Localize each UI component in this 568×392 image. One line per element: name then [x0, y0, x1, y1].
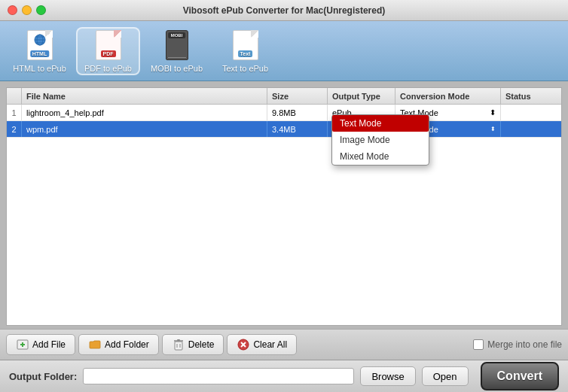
- dropdown-item-text-mode[interactable]: Text Mode: [332, 115, 429, 132]
- output-folder-row: Output Folder: Browse Open Convert: [0, 360, 568, 392]
- add-file-icon: [16, 338, 29, 351]
- mode-dropdown-arrow: ⬍: [490, 126, 496, 132]
- delete-button[interactable]: Delete: [162, 334, 224, 355]
- browse-button[interactable]: Browse: [360, 366, 415, 386]
- row-2-size: 3.4MB: [267, 121, 328, 137]
- text-to-epub-button[interactable]: Text Text to ePub: [213, 27, 277, 75]
- merge-option: Merge into one file: [473, 339, 562, 350]
- row-1-status: [501, 105, 561, 120]
- add-folder-icon: [88, 338, 102, 351]
- minimize-button[interactable]: [22, 5, 32, 15]
- row-2-filename: wpm.pdf: [22, 121, 267, 137]
- delete-icon: [172, 338, 185, 351]
- add-file-label: Add File: [32, 339, 66, 350]
- mobi-to-epub-label: MOBI to ePub: [151, 64, 203, 73]
- svg-rect-10: [177, 339, 180, 341]
- table-row[interactable]: 1 lightroom_4_help.pdf 9.8MB ePub Text M…: [7, 105, 561, 121]
- output-folder-label: Output Folder:: [9, 371, 77, 382]
- col-output: Output Type: [328, 88, 395, 104]
- convert-button[interactable]: Convert: [481, 362, 559, 390]
- html-to-epub-label: HTML to ePub: [13, 64, 66, 73]
- merge-checkbox[interactable]: [473, 339, 484, 350]
- file-table: File Name Size Output Type Conversion Mo…: [6, 87, 562, 326]
- row-1-filename: lightroom_4_help.pdf: [22, 105, 267, 120]
- dropdown-item-mixed-mode[interactable]: Mixed Mode: [332, 148, 429, 165]
- col-num: [7, 88, 22, 104]
- text-badge: Text: [238, 50, 253, 57]
- pdf-icon: PDF: [93, 29, 124, 61]
- pdf-to-epub-label: PDF to ePub: [84, 64, 132, 73]
- open-button[interactable]: Open: [422, 366, 469, 386]
- bottom-toolbar: Add File Add Folder Delete: [0, 329, 568, 360]
- col-status: Status: [501, 88, 561, 104]
- conversion-mode-dropdown[interactable]: Text Mode Image Mode Mixed Mode: [331, 114, 429, 166]
- globe-svg: [33, 33, 47, 47]
- table-row[interactable]: 2 wpm.pdf 3.4MB ePub Text Mode ⬍: [7, 121, 561, 138]
- table-body: 1 lightroom_4_help.pdf 9.8MB ePub Text M…: [7, 105, 561, 138]
- delete-label: Delete: [188, 339, 215, 350]
- clear-all-icon: [237, 338, 250, 351]
- mobi-icon: MOBI: [162, 29, 192, 61]
- add-folder-button[interactable]: Add Folder: [78, 334, 159, 355]
- close-button[interactable]: [8, 5, 17, 15]
- text-to-epub-label: Text to ePub: [222, 64, 268, 73]
- svg-rect-8: [175, 342, 182, 350]
- window-title: Vibosoft ePub Converter for Mac(Unregist…: [183, 5, 386, 16]
- html-to-epub-button[interactable]: HTML HTML to ePub: [8, 27, 72, 75]
- output-folder-input[interactable]: [83, 368, 354, 384]
- row-1-size: 9.8MB: [267, 105, 328, 120]
- html-badge: HTML: [30, 50, 49, 57]
- main-toolbar: HTML HTML to ePub PDF PDF to ePub MOBI M…: [0, 21, 568, 81]
- row-2-status: [501, 121, 561, 137]
- clear-all-button[interactable]: Clear All: [227, 334, 297, 355]
- col-size: Size: [267, 88, 328, 104]
- text-icon: Text: [231, 29, 261, 61]
- col-mode: Conversion Mode: [395, 88, 501, 104]
- window-controls: [8, 5, 46, 15]
- row-2-num: 2: [7, 121, 22, 137]
- table-header: File Name Size Output Type Conversion Mo…: [7, 88, 561, 105]
- pdf-to-epub-button[interactable]: PDF PDF to ePub: [76, 27, 140, 75]
- mobi-to-epub-button[interactable]: MOBI MOBI to ePub: [145, 27, 209, 75]
- dropdown-item-image-mode[interactable]: Image Mode: [332, 132, 429, 148]
- col-filename: File Name: [22, 88, 267, 104]
- add-folder-label: Add Folder: [105, 339, 149, 350]
- pdf-badge: PDF: [101, 50, 116, 57]
- maximize-button[interactable]: [36, 5, 46, 15]
- merge-label: Merge into one file: [487, 339, 562, 350]
- add-file-button[interactable]: Add File: [6, 334, 75, 355]
- html-icon: HTML: [25, 29, 55, 61]
- title-bar: Vibosoft ePub Converter for Mac(Unregist…: [0, 0, 568, 21]
- clear-all-label: Clear All: [253, 339, 287, 350]
- mode-arrow-icon: ⬍: [490, 108, 496, 117]
- row-1-num: 1: [7, 105, 22, 120]
- main-content: File Name Size Output Type Conversion Mo…: [0, 81, 568, 329]
